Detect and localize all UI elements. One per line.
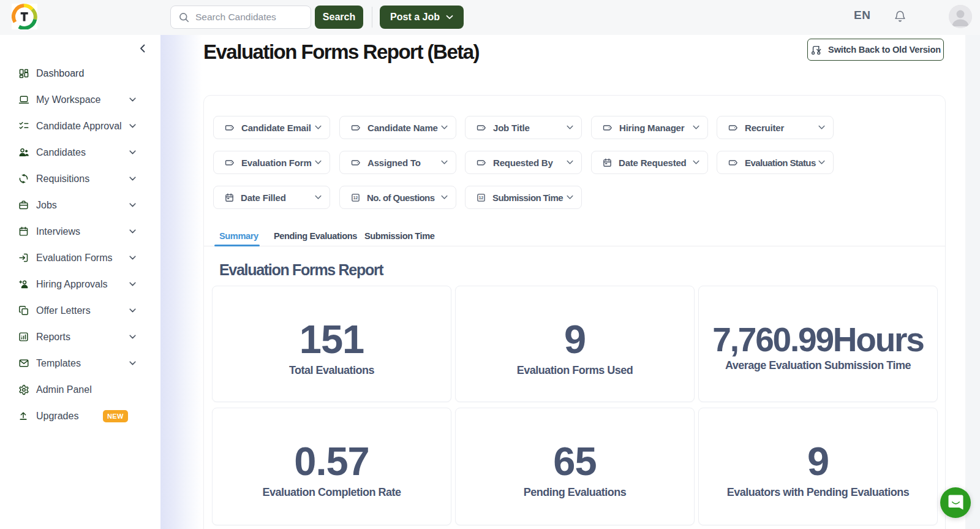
svg-text:12: 12 xyxy=(479,196,484,200)
svg-text:12: 12 xyxy=(353,196,358,200)
